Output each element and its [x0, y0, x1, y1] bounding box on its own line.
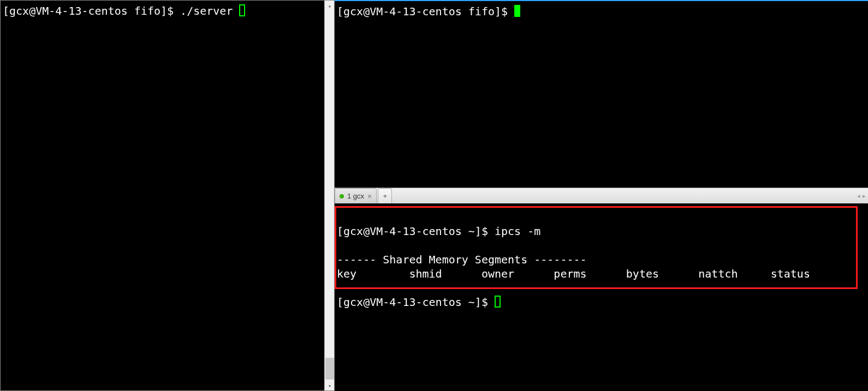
tab-bar-spacer — [392, 188, 855, 203]
right-bottom-terminal[interactable]: [gcx@VM-4-13-centos ~]$ ipcs -m ------ S… — [335, 203, 868, 391]
shell-prompt: [gcx@VM-4-13-centos ~]$ — [337, 296, 495, 309]
cursor-icon — [495, 296, 501, 308]
left-terminal[interactable]: [gcx@VM-4-13-centos fifo]$ ./server — [1, 1, 324, 390]
scrollbar-thumb[interactable] — [325, 358, 334, 380]
terminal-tab-bar: 1 gcx × + ◂ ▸ — [335, 188, 868, 203]
output-column-headers: key shmid owner perms bytes nattch statu… — [337, 267, 810, 280]
terminal-tab[interactable]: 1 gcx × — [335, 188, 377, 203]
cursor-icon — [239, 4, 245, 16]
right-bottom-pane: 1 gcx × + ◂ ▸ [gcx@VM-4-13-centos ~]$ ip… — [335, 188, 868, 391]
right-top-terminal[interactable]: [gcx@VM-4-13-centos fifo]$ — [335, 0, 868, 188]
connection-status-icon — [340, 194, 344, 198]
tab-scroll-controls: ◂ ▸ — [855, 188, 868, 203]
cursor-icon — [514, 5, 520, 17]
shell-prompt: [gcx@VM-4-13-centos ~]$ — [337, 225, 495, 238]
scroll-down-icon[interactable]: ▾ — [325, 381, 335, 390]
shell-prompt: [gcx@VM-4-13-centos fifo]$ — [337, 5, 514, 18]
tab-scroll-right-icon[interactable]: ▸ — [863, 193, 866, 200]
shell-prompt: [gcx@VM-4-13-centos fifo]$ — [3, 4, 180, 17]
right-column: [gcx@VM-4-13-centos fifo]$ 1 gcx × + ◂ ▸… — [335, 0, 868, 391]
left-terminal-pane: [gcx@VM-4-13-centos fifo]$ ./server ▴ ▾ — [0, 0, 335, 391]
close-tab-icon[interactable]: × — [367, 193, 372, 200]
vertical-scrollbar[interactable]: ▴ ▾ — [324, 1, 334, 390]
new-tab-button[interactable]: + — [378, 188, 392, 203]
tab-scroll-left-icon[interactable]: ◂ — [857, 193, 860, 200]
scroll-up-icon[interactable]: ▴ — [325, 1, 335, 10]
command-text: ipcs -m — [495, 225, 540, 238]
terminal-tab-label: 1 gcx — [347, 192, 364, 200]
output-section-header: ------ Shared Memory Segments -------- — [337, 253, 587, 266]
command-text: ./server — [180, 4, 239, 17]
